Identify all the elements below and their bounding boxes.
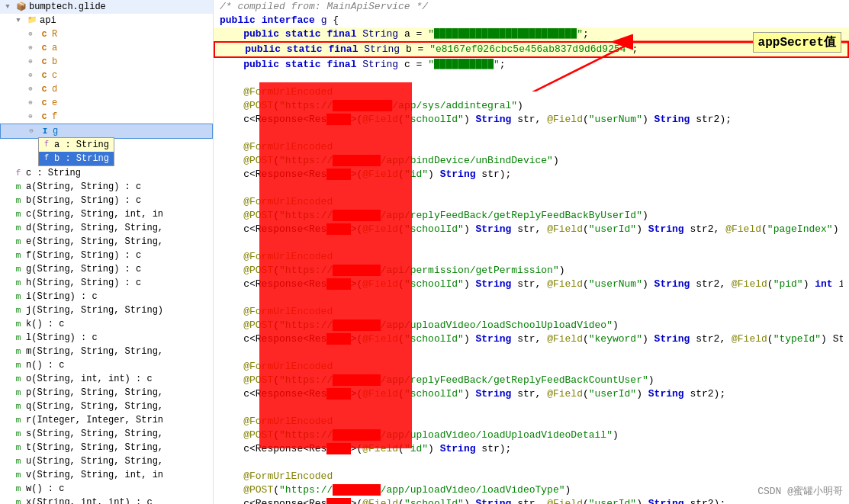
class-icon: C xyxy=(38,83,50,95)
method-w[interactable]: m w() : c xyxy=(0,482,213,496)
item-label: u(String, String, String, xyxy=(26,456,163,467)
item-label: x(String, int, int) : c xyxy=(26,497,153,504)
item-label: e xyxy=(52,98,57,108)
method-icon: m xyxy=(12,208,24,220)
method-icon: m xyxy=(12,291,24,303)
code-text: @POST("https://████████/app/uploadVideo/… xyxy=(220,483,843,497)
item-label: q(String, String, String, xyxy=(26,401,163,412)
method-h[interactable]: m h(String, String) : c xyxy=(0,276,213,290)
item-label: i(String) : c xyxy=(26,291,98,302)
code-text xyxy=(220,456,843,470)
csdn-watermark: CSDN @蜜罐小明哥 xyxy=(757,484,843,498)
method-a[interactable]: m a(String, String) : c xyxy=(0,180,213,194)
code-line-ann8: @FormUrlEncoded xyxy=(214,470,849,483)
item-label: v(String, String, int, in xyxy=(26,470,163,480)
method-p[interactable]: m p(String, String, String, xyxy=(0,386,213,400)
tree-item-a[interactable]: ⊕ C a xyxy=(0,41,213,55)
method-icon: m xyxy=(12,496,24,504)
item-label: g xyxy=(53,126,58,136)
method-o[interactable]: m o(String, int, int) : c xyxy=(0,372,213,386)
method-c[interactable]: m c(String, String, int, in xyxy=(0,207,213,221)
item-label: f(String, String) : c xyxy=(26,250,141,261)
item-label: h(String, String) : c xyxy=(26,278,141,288)
code-line-blank8 xyxy=(214,456,849,470)
item-label: c xyxy=(52,70,57,81)
code-text: public interface g { xyxy=(220,14,843,27)
method-q[interactable]: m q(String, String, String, xyxy=(0,400,213,413)
method-icon: m xyxy=(12,304,24,316)
code-line-2: public interface g { xyxy=(214,14,849,27)
method-j[interactable]: m j(String, String, String) xyxy=(0,303,213,317)
method-u[interactable]: m u(String, String, String, xyxy=(0,454,213,468)
method-icon: m xyxy=(12,428,24,440)
tree-item-d[interactable]: ⊕ C d xyxy=(0,82,213,96)
item-label: w() : c xyxy=(26,483,64,494)
code-text: /* compiled from: MainApiService */ xyxy=(220,0,843,14)
method-icon: m xyxy=(12,414,24,426)
method-l[interactable]: m l(String) : c xyxy=(0,331,213,345)
method-m[interactable]: m m(String, String, String, xyxy=(0,345,213,358)
method-icon: m xyxy=(12,277,24,289)
code-area: appSecret值 /* compiled from: MainApiServ… xyxy=(214,0,849,504)
item-label: g(String, String) : c xyxy=(26,264,141,274)
item-label: d(String, String, String, xyxy=(26,223,163,233)
method-g[interactable]: m g(String, String) : c xyxy=(0,262,213,276)
method-icon: m xyxy=(12,373,24,385)
item-label: a xyxy=(52,43,57,53)
tooltip-item-a[interactable]: f a : String xyxy=(39,138,114,152)
method-v[interactable]: m v(String, String, int, in xyxy=(0,468,213,482)
item-label: l(String) : c xyxy=(26,332,98,343)
item-label: o(String, int, int) : c xyxy=(26,374,153,384)
code-line-resp8: c<Response<Res████>(@Field("schoolId") S… xyxy=(214,497,849,504)
method-x[interactable]: m x(String, int, int) : c xyxy=(0,496,213,504)
method-icon: m xyxy=(12,469,24,481)
method-b[interactable]: m b(String, String) : c xyxy=(0,194,213,207)
class-icon: C xyxy=(38,69,50,82)
tree-item-g-c[interactable]: f c : String xyxy=(0,166,213,180)
expand-icon: ⊖ xyxy=(25,125,37,137)
tree-item-b[interactable]: ⊕ C b xyxy=(0,55,213,69)
expand-icon: ⊕ xyxy=(24,69,37,82)
method-d[interactable]: m d(String, String, String, xyxy=(0,221,213,235)
tree-item-f[interactable]: ⊕ C f xyxy=(0,110,213,124)
code-line-post8: @POST("https://████████/app/uploadVideo/… xyxy=(214,483,849,497)
tooltip-item-b[interactable]: f b : String xyxy=(39,152,114,165)
code-text: c<Response<Res████>(@Field("schoolId") S… xyxy=(220,497,843,504)
tree-item-g[interactable]: ⊖ I g xyxy=(0,124,213,139)
item-label: b(String, String) : c xyxy=(26,195,141,206)
tooltip-label: b : String xyxy=(54,153,109,164)
method-k[interactable]: m k() : c xyxy=(0,317,213,331)
method-icon: m xyxy=(12,387,24,399)
method-icon: m xyxy=(12,332,24,344)
redact-overlay xyxy=(259,82,412,448)
item-label: r(Integer, Integer, Strin xyxy=(26,415,163,425)
code-text: @FormUrlEncoded xyxy=(220,470,843,483)
expand-icon: ⊕ xyxy=(24,56,37,68)
item-label: p(String, String, String, xyxy=(26,387,163,398)
arrow-annotation: appSecret值 xyxy=(753,32,841,53)
code-text: public static final String a = "████████… xyxy=(220,27,843,41)
class-icon: C xyxy=(38,42,50,54)
tree-root[interactable]: ▼ 📦 bumptech.glide xyxy=(0,0,213,14)
tree-item-R[interactable]: ⊕ C R xyxy=(0,27,213,41)
method-icon: m xyxy=(12,359,24,371)
method-s[interactable]: m s(String, String, String, xyxy=(0,427,213,441)
tree-api[interactable]: ▼ 📁 api xyxy=(0,14,213,27)
field-icon: f xyxy=(12,167,24,179)
item-label: n() : c xyxy=(26,360,64,371)
item-label: e(String, String, String, xyxy=(26,236,163,247)
code-editor-panel: appSecret值 /* compiled from: MainApiServ… xyxy=(214,0,849,504)
method-t[interactable]: m t(String, String, String, xyxy=(0,441,213,454)
method-icon: m xyxy=(12,345,24,358)
method-r[interactable]: m r(Integer, Integer, Strin xyxy=(0,413,213,427)
method-e[interactable]: m e(String, String, String, xyxy=(0,235,213,249)
tree-item-c[interactable]: ⊕ C c xyxy=(0,69,213,82)
method-f[interactable]: m f(String, String) : c xyxy=(0,249,213,262)
field-icon: f xyxy=(40,139,53,151)
method-i[interactable]: m i(String) : c xyxy=(0,290,213,303)
method-icon: m xyxy=(12,222,24,234)
method-icon: m xyxy=(12,236,24,248)
method-n[interactable]: m n() : c xyxy=(0,358,213,372)
tree-item-e[interactable]: ⊕ C e xyxy=(0,96,213,110)
interface-icon: I xyxy=(39,125,51,137)
